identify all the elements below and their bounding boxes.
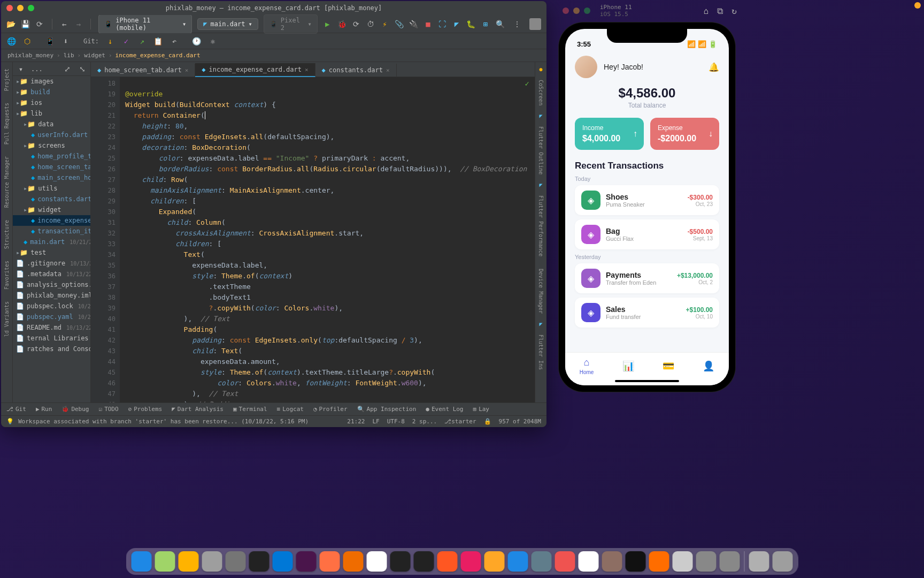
dock-app[interactable]: [179, 551, 199, 572]
dock-app[interactable]: [202, 551, 222, 572]
flutter-inspector-icon[interactable]: ⛶: [438, 19, 447, 29]
dock-app[interactable]: [226, 551, 246, 572]
tree-node[interactable]: ◆home_screen_tab: [13, 162, 90, 172]
memory-indicator[interactable]: 957 of 2048M: [499, 418, 541, 425]
devtools-icon[interactable]: ⊞: [481, 19, 490, 29]
run-config-selector[interactable]: ◤ main.dart ▾: [197, 18, 258, 30]
dock-app[interactable]: [673, 551, 693, 572]
close-icon[interactable]: ×: [305, 66, 309, 73]
save-icon[interactable]: 💾: [21, 19, 30, 29]
tool-event-log[interactable]: ● Event Log: [426, 406, 463, 413]
collapse-icon[interactable]: ⤡: [78, 64, 87, 74]
dock-app[interactable]: [696, 551, 717, 572]
sync-icon[interactable]: ⟳: [35, 19, 44, 29]
dock-app[interactable]: [414, 551, 434, 572]
tree-node[interactable]: ▸📁lib: [13, 108, 90, 119]
tree-node[interactable]: ▸📁ios: [13, 97, 90, 108]
dock-app[interactable]: [508, 551, 528, 572]
dock-app[interactable]: [320, 551, 340, 572]
breadcrumb[interactable]: phixlab_money › lib › widget › income_ex…: [1, 49, 546, 62]
git-update-icon[interactable]: ↓: [105, 36, 115, 46]
device-selector[interactable]: 📱 iPhone 11 (mobile) ▾: [98, 14, 192, 34]
avd-icon[interactable]: 📱: [45, 36, 55, 46]
tree-node[interactable]: 📄phixlab_money.iml16: [13, 290, 90, 301]
tool-layout[interactable]: ⊞ Lay: [473, 406, 490, 413]
tool-tab-flutter-outline[interactable]: Flutter Outline: [538, 126, 544, 174]
dock-app[interactable]: [555, 551, 575, 572]
dock-app[interactable]: [532, 551, 552, 572]
transaction-item[interactable]: ◈PaymentsTransfer from Eden+$13,000.00Oc…: [575, 263, 719, 293]
tree-node[interactable]: 📄ternal Libraries: [13, 333, 90, 344]
tree-node[interactable]: ▸📁build: [13, 87, 90, 97]
git-commit-icon[interactable]: ✓: [121, 36, 131, 46]
tree-node[interactable]: 📄analysis_options.yaml: [13, 279, 90, 290]
tree-node[interactable]: 📄.gitignore10/13/22,: [13, 258, 90, 269]
nav-profile[interactable]: 👤: [703, 360, 714, 372]
debug-icon[interactable]: 🐞: [337, 19, 346, 29]
transaction-item[interactable]: ◈SalesFund transfer+$100.00Oct, 10: [575, 298, 719, 328]
tool-tab-build-variants[interactable]: ld Variants: [4, 301, 10, 337]
tree-node[interactable]: ▸📁images: [13, 76, 90, 87]
code-editor[interactable]: ✓ 18192021222324252627282930313233343536…: [91, 77, 535, 402]
lock-icon[interactable]: 🔒: [484, 418, 491, 425]
more-icon[interactable]: ⋮: [512, 19, 522, 29]
dock-app[interactable]: [343, 551, 364, 572]
window-minimize-button[interactable]: [573, 7, 580, 14]
dock-app[interactable]: [461, 551, 481, 572]
stop-icon[interactable]: ■: [424, 19, 433, 29]
plug-icon[interactable]: 🔌: [409, 19, 418, 29]
phone-screen[interactable]: 3:55 📶 📶 🔋 Hey! Jacob! 🔔 $4,586.00 Total…: [565, 29, 729, 385]
tree-node[interactable]: 📄pubspec.yaml10/21/2: [13, 311, 90, 322]
menubar-notification-icon[interactable]: [914, 2, 921, 9]
close-icon[interactable]: ×: [386, 67, 390, 74]
nav-chart[interactable]: 📊: [622, 360, 634, 372]
tool-problems[interactable]: ⊘ Problems: [128, 406, 163, 413]
window-close-button[interactable]: [563, 7, 569, 14]
user-avatar-icon[interactable]: [529, 18, 541, 30]
dock-app[interactable]: [720, 551, 740, 572]
code-area[interactable]: @override Widget build(BuildContext cont…: [120, 77, 535, 402]
close-icon[interactable]: ×: [185, 67, 189, 74]
dock-app[interactable]: [602, 551, 622, 572]
tool-tab-device-manager[interactable]: Device Manager: [538, 269, 544, 314]
tree-node[interactable]: ◆constants.dart: [13, 194, 90, 204]
globe-icon[interactable]: 🌐: [6, 36, 16, 46]
dock-app[interactable]: [579, 551, 599, 572]
tool-tab-coscreen[interactable]: CoScreen: [538, 80, 544, 105]
tool-debug[interactable]: 🐞 Debug: [61, 406, 89, 413]
dock-app[interactable]: [626, 551, 646, 572]
dock-app[interactable]: [367, 551, 387, 572]
tool-tab-favorites[interactable]: Favorites: [4, 261, 10, 290]
sdk-icon[interactable]: ⬇: [61, 36, 71, 46]
profile-icon[interactable]: ⏱: [366, 19, 375, 29]
transaction-item[interactable]: ◈ShoesPuma Sneaker-$300.00Oct, 23: [575, 185, 719, 215]
rotate-icon[interactable]: ↻: [732, 6, 737, 16]
project-explorer[interactable]: ▾ ... ⤢ ⤡ ▸📁images▸📁build▸📁ios▸📁lib▸📁dat…: [13, 62, 91, 402]
tool-terminal[interactable]: ▣ Terminal: [233, 406, 267, 413]
line-ending[interactable]: LF: [372, 418, 379, 425]
editor-tab[interactable]: ◆ constants.dart ×: [315, 64, 397, 77]
project-dropdown-icon[interactable]: ▾: [16, 64, 26, 74]
breadcrumb-segment[interactable]: lib: [64, 52, 74, 59]
git-rollback-icon[interactable]: ↶: [170, 36, 179, 46]
gear-icon[interactable]: ⚛: [208, 36, 218, 46]
tree-node[interactable]: ▸📁data: [13, 119, 90, 130]
flutter-icon[interactable]: ◤: [452, 19, 461, 29]
editor-tab[interactable]: ◆ home_screen_tab.dart ×: [91, 64, 195, 77]
forward-icon[interactable]: →: [74, 19, 83, 29]
breadcrumb-file[interactable]: income_expense_card.dart: [116, 52, 201, 59]
nav-home[interactable]: ⌂ Home: [580, 357, 594, 375]
search-icon[interactable]: 🔍: [495, 19, 505, 29]
tool-dart-analysis[interactable]: ◤ Dart Analysis: [172, 406, 224, 413]
breadcrumb-segment[interactable]: phixlab_money: [7, 52, 53, 59]
build-icon[interactable]: ⬡: [22, 36, 32, 46]
notifications-icon[interactable]: 🔔: [709, 62, 719, 72]
git-branch[interactable]: ⎇starter: [444, 418, 476, 425]
tree-node[interactable]: ◆main.dart10/21/2: [13, 237, 90, 247]
tool-tab-structure[interactable]: Structure: [4, 220, 10, 249]
dock-app[interactable]: [249, 551, 270, 572]
dock-app[interactable]: [296, 551, 317, 572]
pixel2-selector[interactable]: 📱 Pixel 2 ▾: [264, 14, 318, 34]
expense-card[interactable]: Expense -$2000.00 ↓: [650, 118, 719, 150]
transaction-item[interactable]: ◈BagGucci Flax-$500.00Sept, 13: [575, 219, 719, 249]
